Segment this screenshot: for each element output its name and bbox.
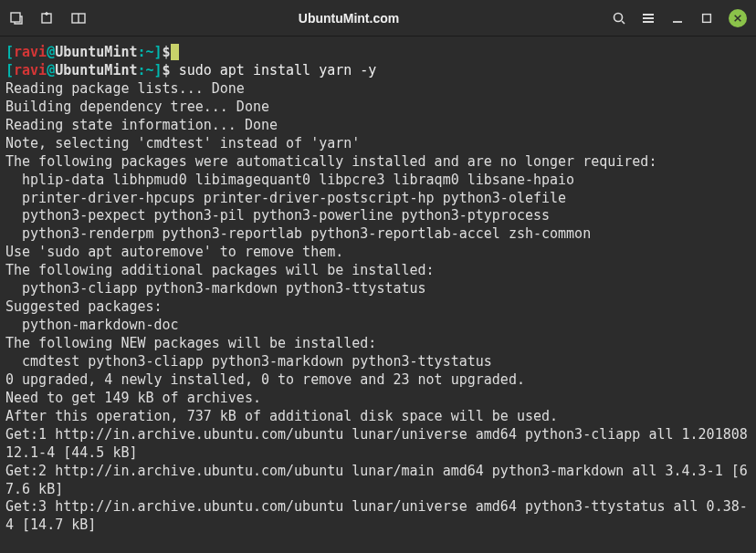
prompt-close: ] bbox=[154, 62, 163, 78]
prompt-at: @ bbox=[47, 44, 55, 60]
split-icon[interactable] bbox=[71, 11, 86, 26]
output-line: Get:1 http://in.archive.ubuntu.com/ubunt… bbox=[5, 426, 748, 461]
output-line: python-markdown-doc bbox=[5, 317, 179, 333]
svg-rect-0 bbox=[11, 13, 20, 22]
titlebar-right-controls bbox=[612, 9, 747, 27]
titlebar-left-controls bbox=[9, 11, 86, 26]
prompt-line-2: [ravi@UbuntuMint:~]$ sudo apt install ya… bbox=[5, 62, 376, 78]
prompt-colon: : bbox=[138, 44, 146, 60]
output-line: Suggested packages: bbox=[5, 298, 163, 315]
output-line: Note, selecting 'cmdtest' instead of 'ya… bbox=[5, 135, 360, 151]
prompt-symbol: $ bbox=[163, 62, 171, 78]
output-line: The following packages were automaticall… bbox=[5, 153, 656, 170]
search-icon[interactable] bbox=[612, 11, 626, 26]
output-line: python3-pexpect python3-pil python3-powe… bbox=[5, 207, 550, 224]
maximize-icon[interactable] bbox=[699, 11, 714, 26]
output-line: python3-cliapp python3-markdown python3-… bbox=[5, 280, 426, 297]
window-titlebar: UbuntuMint.com bbox=[0, 0, 756, 37]
prompt-host: UbuntuMint bbox=[55, 62, 137, 78]
command-text: sudo apt install yarn -y bbox=[171, 62, 377, 78]
prompt-path: ~ bbox=[146, 62, 154, 78]
output-line: The following NEW packages will be insta… bbox=[5, 335, 376, 351]
prompt-colon: : bbox=[138, 62, 146, 78]
output-line: The following additional packages will b… bbox=[5, 262, 435, 278]
prompt-user: ravi bbox=[14, 62, 47, 78]
output-line: printer-driver-hpcups printer-driver-pos… bbox=[5, 190, 566, 206]
terminal-area[interactable]: [ravi@UbuntuMint:~]$ [ravi@UbuntuMint:~]… bbox=[0, 37, 756, 553]
output-line: Use 'sudo apt autoremove' to remove them… bbox=[5, 244, 343, 260]
prompt-user: ravi bbox=[14, 44, 47, 60]
minimize-icon[interactable] bbox=[670, 11, 685, 26]
window-title: UbuntuMint.com bbox=[86, 11, 612, 26]
prompt-close: ] bbox=[154, 44, 163, 60]
output-line: cmdtest python3-cliapp python3-markdown … bbox=[5, 353, 492, 370]
cursor-block bbox=[171, 44, 179, 60]
output-line: Need to get 149 kB of archives. bbox=[5, 390, 261, 406]
output-line: Get:3 http://in.archive.ubuntu.com/ubunt… bbox=[5, 498, 748, 533]
new-tab-icon[interactable] bbox=[9, 11, 24, 26]
close-icon[interactable] bbox=[729, 9, 747, 27]
menu-icon[interactable] bbox=[641, 11, 656, 26]
prompt-symbol: $ bbox=[163, 44, 171, 60]
prompt-host: UbuntuMint bbox=[55, 44, 137, 60]
output-line: Reading state information... Done bbox=[5, 117, 278, 133]
prompt-at: @ bbox=[47, 62, 55, 78]
output-line: hplip-data libhpmud0 libimagequant0 libp… bbox=[5, 172, 574, 188]
prompt-line-1: [ravi@UbuntuMint:~]$ bbox=[5, 44, 179, 60]
output-line: 0 upgraded, 4 newly installed, 0 to remo… bbox=[5, 371, 525, 388]
prompt-open: [ bbox=[5, 62, 14, 78]
svg-point-3 bbox=[614, 13, 623, 21]
output-line: After this operation, 737 kB of addition… bbox=[5, 408, 558, 424]
output-line: Get:2 http://in.archive.ubuntu.com/ubunt… bbox=[5, 463, 748, 497]
output-line: Building dependency tree... Done bbox=[5, 99, 269, 115]
output-line: Reading package lists... Done bbox=[5, 80, 245, 97]
output-line: python3-renderpm python3-reportlab pytho… bbox=[5, 225, 591, 242]
new-window-icon[interactable] bbox=[40, 11, 55, 26]
prompt-path: ~ bbox=[146, 44, 154, 60]
prompt-open: [ bbox=[5, 44, 14, 60]
svg-rect-4 bbox=[703, 14, 711, 22]
